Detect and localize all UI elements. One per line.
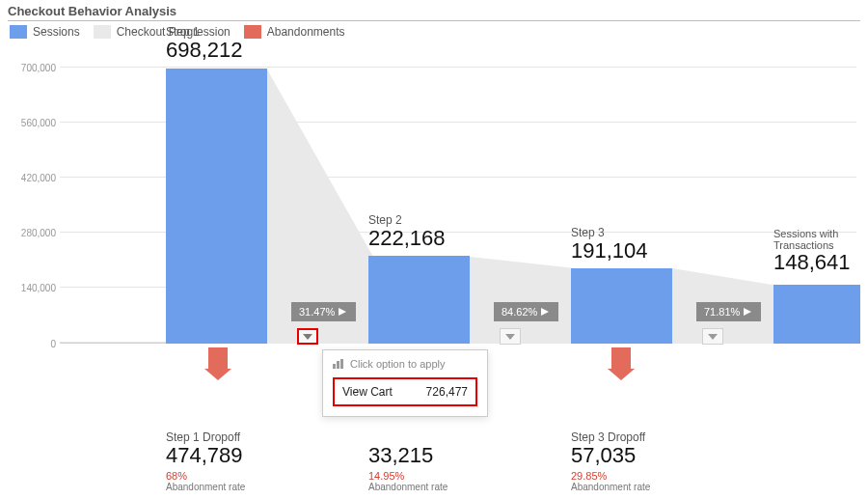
y-tick: 560,000 [12, 118, 56, 128]
dropoff-value: 57,035 [571, 444, 725, 466]
funnel-plot: 0 140,000 280,000 420,000 560,000 700,00… [12, 44, 856, 382]
dropoff-sublabel: Abandonment rate [166, 482, 320, 492]
report-title: Checkout Behavior Analysis [8, 4, 860, 20]
svg-marker-3 [339, 308, 346, 316]
dropoff-rate: 29.85% [571, 470, 725, 482]
svg-marker-6 [505, 334, 515, 340]
chevron-down-icon [303, 334, 312, 340]
dropoff-sublabel: Abandonment rate [368, 482, 523, 492]
option-label: View Cart [342, 385, 393, 399]
dropoff-rate: 68% [166, 470, 320, 482]
flow-dropdown-1[interactable] [297, 328, 318, 345]
arrow-right-icon [541, 308, 551, 316]
y-tick: 700,000 [12, 63, 56, 73]
legend-swatch-gray [94, 25, 111, 39]
svg-marker-8 [708, 334, 718, 340]
y-tick: 0 [12, 339, 56, 349]
step-value: 191,104 [571, 239, 672, 262]
step-value: 698,212 [166, 39, 267, 61]
dropoff-value: 474,789 [166, 444, 320, 466]
option-value: 726,477 [426, 385, 468, 399]
bar-step-3 [571, 268, 672, 344]
step-label: Step 3 [571, 226, 672, 239]
popover-option-view-cart[interactable]: View Cart 726,477 [333, 377, 477, 406]
svg-marker-5 [541, 308, 549, 316]
dropoff-label: Step 1 Dropoff [166, 430, 320, 444]
bar-final [773, 285, 860, 344]
svg-rect-11 [340, 359, 343, 369]
final-label: Sessions with Transactions [773, 228, 860, 251]
flow-dropdown-3[interactable] [702, 328, 723, 345]
funnel-step-2[interactable]: Step 2 222,168 [368, 68, 470, 344]
arrow-right-icon [744, 308, 753, 316]
chevron-down-icon [708, 334, 718, 340]
progression-pct-1: 31.47% [291, 302, 356, 321]
legend-sessions[interactable]: Sessions [10, 25, 80, 39]
dropoff-sublabel: Abandonment rate [571, 482, 725, 492]
svg-marker-4 [303, 334, 312, 340]
dropoff-value: 33,215 [368, 444, 523, 466]
dropoff-arrow-1 [204, 347, 231, 380]
y-tick: 280,000 [12, 228, 56, 238]
dropoff-rate: 14.95% [368, 470, 523, 482]
title-rule [8, 20, 860, 21]
step-value: 222,168 [368, 227, 470, 249]
svg-marker-7 [744, 308, 751, 316]
chevron-down-icon [505, 334, 515, 340]
legend-swatch-blue [10, 25, 27, 39]
report-root: Checkout Behavior Analysis Sessions Chec… [0, 0, 868, 382]
flow-options-popover: Click option to apply View Cart 726,477 [322, 349, 488, 417]
flow-dropdown-2[interactable] [500, 328, 521, 345]
popover-hint: Click option to apply [350, 358, 445, 370]
step-label: Step 1 [166, 25, 267, 39]
svg-marker-1 [470, 257, 576, 344]
bar-step-2 [368, 256, 470, 344]
step-label: Step 2 [368, 213, 470, 227]
dropoff-step-3[interactable]: Step 3 Dropoff 57,035 29.85% Abandonment… [571, 430, 725, 492]
bar-step-1 [166, 69, 267, 344]
arrow-right-icon [339, 308, 348, 316]
funnel-step-1[interactable]: Step 1 698,212 [166, 68, 267, 344]
final-value: 148,641 [773, 251, 860, 273]
dropoff-step-2[interactable]: Step 2 Dropoff 33,215 14.95% Abandonment… [368, 430, 523, 492]
dropoff-arrow-3 [608, 347, 635, 380]
legend-label: Sessions [33, 25, 80, 39]
dropoff-label: Step 3 Dropoff [571, 430, 725, 444]
dropoff-step-1[interactable]: Step 1 Dropoff 474,789 68% Abandonment r… [166, 430, 320, 492]
progression-pct-3: 71.81% [696, 302, 761, 321]
legend: Sessions Checkout Progression Abandonmen… [10, 25, 860, 39]
progression-pct-2: 84.62% [494, 302, 558, 321]
y-tick: 420,000 [12, 173, 56, 183]
y-tick: 140,000 [12, 283, 56, 293]
bar-chart-icon [333, 359, 344, 369]
svg-rect-10 [337, 361, 339, 369]
funnel-final[interactable]: Sessions with Transactions 148,641 [773, 68, 860, 344]
svg-rect-9 [333, 364, 336, 369]
funnel-step-3[interactable]: Step 3 191,104 [571, 68, 672, 344]
legend-label: Abandonments [267, 25, 345, 39]
